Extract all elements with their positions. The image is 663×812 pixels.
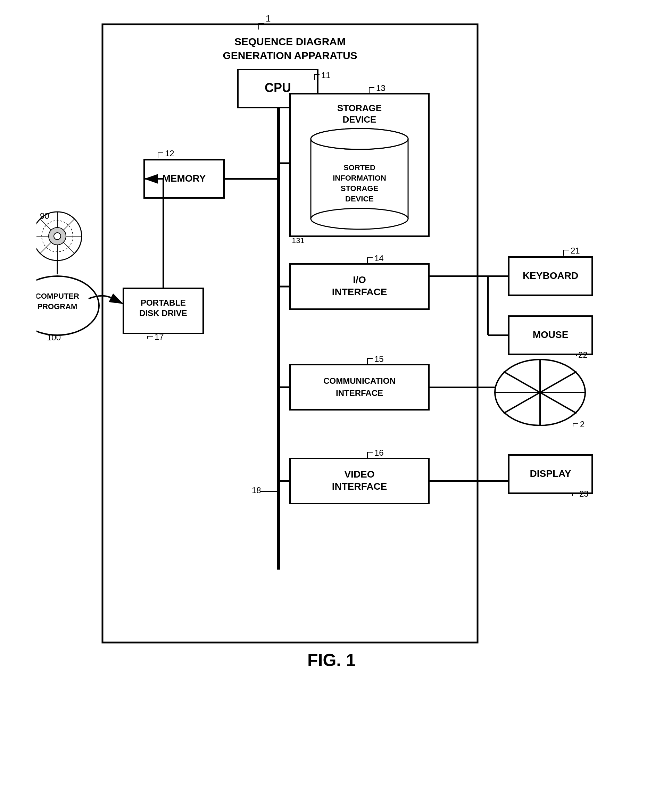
svg-rect-8 <box>144 160 224 198</box>
svg-point-65 <box>36 212 82 260</box>
svg-text:SORTED: SORTED <box>343 163 375 172</box>
svg-rect-47 <box>509 316 592 354</box>
diagram-svg: SEQUENCE DIAGRAM GENERATION APPARATUS 1 … <box>36 14 627 691</box>
svg-point-66 <box>51 230 63 243</box>
svg-rect-32 <box>290 365 429 410</box>
svg-point-75 <box>36 276 99 335</box>
svg-text:15: 15 <box>374 354 384 364</box>
svg-point-21 <box>311 128 408 149</box>
svg-text:I/O: I/O <box>353 274 366 285</box>
svg-text:90: 90 <box>40 211 49 220</box>
svg-text:INFORMATION: INFORMATION <box>333 174 386 182</box>
svg-point-73 <box>54 233 61 239</box>
svg-text:13: 13 <box>376 83 385 93</box>
svg-point-20 <box>311 209 408 229</box>
svg-text:STORAGE: STORAGE <box>337 103 381 113</box>
svg-rect-80 <box>123 288 203 333</box>
svg-point-54 <box>495 359 585 425</box>
page-container: SEQUENCE DIAGRAM GENERATION APPARATUS 1 … <box>0 0 663 812</box>
svg-rect-4 <box>238 70 318 108</box>
svg-text:COMMUNICATION: COMMUNICATION <box>323 376 396 385</box>
svg-point-71 <box>42 220 73 252</box>
svg-text:16: 16 <box>374 448 384 458</box>
svg-rect-27 <box>290 264 429 309</box>
svg-text:2: 2 <box>580 419 584 429</box>
svg-text:MOUSE: MOUSE <box>532 329 568 340</box>
svg-text:DEVICE: DEVICE <box>345 194 374 203</box>
svg-text:STORAGE: STORAGE <box>340 184 378 193</box>
svg-text:CPU: CPU <box>264 81 291 95</box>
svg-text:INTERFACE: INTERFACE <box>335 388 383 398</box>
svg-text:DEVICE: DEVICE <box>343 114 376 125</box>
svg-text:INTERFACE: INTERFACE <box>332 481 387 492</box>
svg-text:GENERATION APPARATUS: GENERATION APPARATUS <box>223 50 357 61</box>
svg-text:DISPLAY: DISPLAY <box>530 468 571 479</box>
svg-text:COMPUTER: COMPUTER <box>36 292 79 301</box>
svg-text:MEMORY: MEMORY <box>162 173 205 184</box>
svg-point-17 <box>311 128 408 149</box>
svg-point-72 <box>49 228 66 245</box>
svg-line-58 <box>504 372 577 413</box>
svg-rect-12 <box>290 94 429 236</box>
svg-line-57 <box>504 372 577 413</box>
svg-text:18: 18 <box>252 485 261 495</box>
svg-rect-0 <box>102 24 477 642</box>
fig-label: FIG. 1 <box>36 650 627 670</box>
diagram-area: SEQUENCE DIAGRAM GENERATION APPARATUS 1 … <box>36 14 627 691</box>
svg-text:PORTABLE: PORTABLE <box>140 298 186 307</box>
svg-text:DISK DRIVE: DISK DRIVE <box>139 308 187 318</box>
svg-text:100: 100 <box>47 333 61 342</box>
svg-line-69 <box>40 219 75 254</box>
svg-text:17: 17 <box>155 332 164 341</box>
svg-text:131: 131 <box>292 236 305 245</box>
svg-rect-44 <box>509 257 592 295</box>
svg-rect-37 <box>290 458 429 504</box>
svg-text:KEYBOARD: KEYBOARD <box>522 270 578 281</box>
svg-text:INTERFACE: INTERFACE <box>332 286 387 297</box>
svg-text:21: 21 <box>571 246 580 255</box>
svg-text:SEQUENCE DIAGRAM: SEQUENCE DIAGRAM <box>234 36 345 47</box>
svg-text:PROGRAM: PROGRAM <box>37 302 77 311</box>
svg-text:22: 22 <box>578 350 588 359</box>
svg-text:14: 14 <box>374 254 384 263</box>
svg-line-70 <box>40 219 75 254</box>
svg-text:12: 12 <box>165 149 175 158</box>
svg-text:11: 11 <box>321 71 331 80</box>
svg-text:VIDEO: VIDEO <box>344 469 374 480</box>
svg-text:23: 23 <box>579 489 589 498</box>
svg-text:1: 1 <box>266 14 270 24</box>
svg-rect-61 <box>509 455 592 493</box>
